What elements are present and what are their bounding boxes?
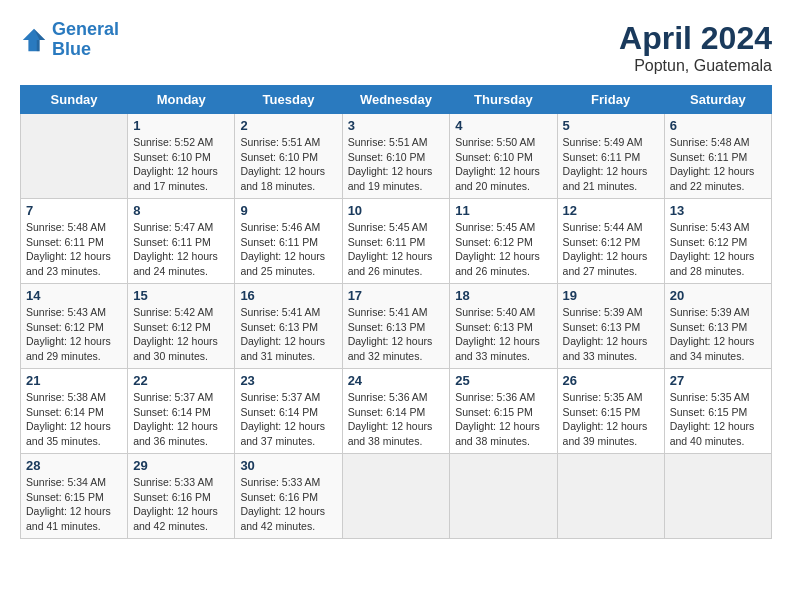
day-info: Sunrise: 5:39 AMSunset: 6:13 PMDaylight:… — [670, 305, 766, 364]
calendar-cell: 15Sunrise: 5:42 AMSunset: 6:12 PMDayligh… — [128, 284, 235, 369]
page-header: General Blue April 2024 Poptun, Guatemal… — [20, 20, 772, 75]
day-info: Sunrise: 5:45 AMSunset: 6:11 PMDaylight:… — [348, 220, 445, 279]
day-number: 7 — [26, 203, 122, 218]
day-info: Sunrise: 5:35 AMSunset: 6:15 PMDaylight:… — [563, 390, 659, 449]
day-info: Sunrise: 5:33 AMSunset: 6:16 PMDaylight:… — [133, 475, 229, 534]
day-info: Sunrise: 5:41 AMSunset: 6:13 PMDaylight:… — [240, 305, 336, 364]
calendar-cell: 2Sunrise: 5:51 AMSunset: 6:10 PMDaylight… — [235, 114, 342, 199]
calendar-week-3: 14Sunrise: 5:43 AMSunset: 6:12 PMDayligh… — [21, 284, 772, 369]
day-number: 1 — [133, 118, 229, 133]
col-header-wednesday: Wednesday — [342, 86, 450, 114]
day-info: Sunrise: 5:33 AMSunset: 6:16 PMDaylight:… — [240, 475, 336, 534]
day-info: Sunrise: 5:39 AMSunset: 6:13 PMDaylight:… — [563, 305, 659, 364]
location-subtitle: Poptun, Guatemala — [619, 57, 772, 75]
calendar-cell — [664, 454, 771, 539]
calendar-cell: 23Sunrise: 5:37 AMSunset: 6:14 PMDayligh… — [235, 369, 342, 454]
day-number: 11 — [455, 203, 551, 218]
calendar-week-1: 1Sunrise: 5:52 AMSunset: 6:10 PMDaylight… — [21, 114, 772, 199]
day-info: Sunrise: 5:36 AMSunset: 6:14 PMDaylight:… — [348, 390, 445, 449]
calendar-cell — [450, 454, 557, 539]
calendar-cell: 20Sunrise: 5:39 AMSunset: 6:13 PMDayligh… — [664, 284, 771, 369]
col-header-tuesday: Tuesday — [235, 86, 342, 114]
day-info: Sunrise: 5:37 AMSunset: 6:14 PMDaylight:… — [133, 390, 229, 449]
calendar-cell: 9Sunrise: 5:46 AMSunset: 6:11 PMDaylight… — [235, 199, 342, 284]
calendar-cell: 19Sunrise: 5:39 AMSunset: 6:13 PMDayligh… — [557, 284, 664, 369]
day-info: Sunrise: 5:49 AMSunset: 6:11 PMDaylight:… — [563, 135, 659, 194]
calendar-cell: 28Sunrise: 5:34 AMSunset: 6:15 PMDayligh… — [21, 454, 128, 539]
day-number: 3 — [348, 118, 445, 133]
day-number: 28 — [26, 458, 122, 473]
calendar-cell: 27Sunrise: 5:35 AMSunset: 6:15 PMDayligh… — [664, 369, 771, 454]
logo: General Blue — [20, 20, 119, 60]
calendar-cell: 5Sunrise: 5:49 AMSunset: 6:11 PMDaylight… — [557, 114, 664, 199]
day-info: Sunrise: 5:50 AMSunset: 6:10 PMDaylight:… — [455, 135, 551, 194]
day-info: Sunrise: 5:52 AMSunset: 6:10 PMDaylight:… — [133, 135, 229, 194]
month-title: April 2024 — [619, 20, 772, 57]
calendar-cell: 6Sunrise: 5:48 AMSunset: 6:11 PMDaylight… — [664, 114, 771, 199]
calendar-cell: 26Sunrise: 5:35 AMSunset: 6:15 PMDayligh… — [557, 369, 664, 454]
day-info: Sunrise: 5:34 AMSunset: 6:15 PMDaylight:… — [26, 475, 122, 534]
col-header-saturday: Saturday — [664, 86, 771, 114]
day-info: Sunrise: 5:41 AMSunset: 6:13 PMDaylight:… — [348, 305, 445, 364]
calendar-cell: 21Sunrise: 5:38 AMSunset: 6:14 PMDayligh… — [21, 369, 128, 454]
calendar-cell — [21, 114, 128, 199]
day-info: Sunrise: 5:48 AMSunset: 6:11 PMDaylight:… — [670, 135, 766, 194]
day-info: Sunrise: 5:46 AMSunset: 6:11 PMDaylight:… — [240, 220, 336, 279]
calendar-cell — [342, 454, 450, 539]
calendar-cell — [557, 454, 664, 539]
calendar-cell: 16Sunrise: 5:41 AMSunset: 6:13 PMDayligh… — [235, 284, 342, 369]
day-info: Sunrise: 5:43 AMSunset: 6:12 PMDaylight:… — [26, 305, 122, 364]
calendar-week-2: 7Sunrise: 5:48 AMSunset: 6:11 PMDaylight… — [21, 199, 772, 284]
day-number: 8 — [133, 203, 229, 218]
calendar-cell: 11Sunrise: 5:45 AMSunset: 6:12 PMDayligh… — [450, 199, 557, 284]
calendar-cell: 22Sunrise: 5:37 AMSunset: 6:14 PMDayligh… — [128, 369, 235, 454]
day-number: 25 — [455, 373, 551, 388]
day-info: Sunrise: 5:37 AMSunset: 6:14 PMDaylight:… — [240, 390, 336, 449]
day-number: 21 — [26, 373, 122, 388]
day-number: 20 — [670, 288, 766, 303]
day-info: Sunrise: 5:40 AMSunset: 6:13 PMDaylight:… — [455, 305, 551, 364]
calendar-cell: 18Sunrise: 5:40 AMSunset: 6:13 PMDayligh… — [450, 284, 557, 369]
calendar-header: SundayMondayTuesdayWednesdayThursdayFrid… — [21, 86, 772, 114]
day-number: 24 — [348, 373, 445, 388]
logo-text: General Blue — [52, 20, 119, 60]
calendar-week-5: 28Sunrise: 5:34 AMSunset: 6:15 PMDayligh… — [21, 454, 772, 539]
day-info: Sunrise: 5:36 AMSunset: 6:15 PMDaylight:… — [455, 390, 551, 449]
day-number: 22 — [133, 373, 229, 388]
logo-icon — [20, 26, 48, 54]
day-info: Sunrise: 5:48 AMSunset: 6:11 PMDaylight:… — [26, 220, 122, 279]
calendar-cell: 29Sunrise: 5:33 AMSunset: 6:16 PMDayligh… — [128, 454, 235, 539]
day-number: 6 — [670, 118, 766, 133]
day-info: Sunrise: 5:38 AMSunset: 6:14 PMDaylight:… — [26, 390, 122, 449]
calendar-cell: 14Sunrise: 5:43 AMSunset: 6:12 PMDayligh… — [21, 284, 128, 369]
calendar-cell: 13Sunrise: 5:43 AMSunset: 6:12 PMDayligh… — [664, 199, 771, 284]
day-info: Sunrise: 5:44 AMSunset: 6:12 PMDaylight:… — [563, 220, 659, 279]
day-number: 2 — [240, 118, 336, 133]
day-info: Sunrise: 5:43 AMSunset: 6:12 PMDaylight:… — [670, 220, 766, 279]
day-number: 18 — [455, 288, 551, 303]
calendar-cell: 7Sunrise: 5:48 AMSunset: 6:11 PMDaylight… — [21, 199, 128, 284]
day-info: Sunrise: 5:45 AMSunset: 6:12 PMDaylight:… — [455, 220, 551, 279]
day-number: 26 — [563, 373, 659, 388]
day-number: 14 — [26, 288, 122, 303]
day-number: 29 — [133, 458, 229, 473]
calendar-week-4: 21Sunrise: 5:38 AMSunset: 6:14 PMDayligh… — [21, 369, 772, 454]
day-number: 13 — [670, 203, 766, 218]
day-info: Sunrise: 5:47 AMSunset: 6:11 PMDaylight:… — [133, 220, 229, 279]
calendar-cell: 3Sunrise: 5:51 AMSunset: 6:10 PMDaylight… — [342, 114, 450, 199]
calendar-table: SundayMondayTuesdayWednesdayThursdayFrid… — [20, 85, 772, 539]
calendar-cell: 24Sunrise: 5:36 AMSunset: 6:14 PMDayligh… — [342, 369, 450, 454]
calendar-cell: 4Sunrise: 5:50 AMSunset: 6:10 PMDaylight… — [450, 114, 557, 199]
calendar-cell: 10Sunrise: 5:45 AMSunset: 6:11 PMDayligh… — [342, 199, 450, 284]
title-block: April 2024 Poptun, Guatemala — [619, 20, 772, 75]
day-info: Sunrise: 5:42 AMSunset: 6:12 PMDaylight:… — [133, 305, 229, 364]
day-number: 16 — [240, 288, 336, 303]
day-number: 5 — [563, 118, 659, 133]
calendar-cell: 17Sunrise: 5:41 AMSunset: 6:13 PMDayligh… — [342, 284, 450, 369]
col-header-monday: Monday — [128, 86, 235, 114]
calendar-cell: 8Sunrise: 5:47 AMSunset: 6:11 PMDaylight… — [128, 199, 235, 284]
day-number: 10 — [348, 203, 445, 218]
day-number: 30 — [240, 458, 336, 473]
day-info: Sunrise: 5:51 AMSunset: 6:10 PMDaylight:… — [240, 135, 336, 194]
col-header-friday: Friday — [557, 86, 664, 114]
